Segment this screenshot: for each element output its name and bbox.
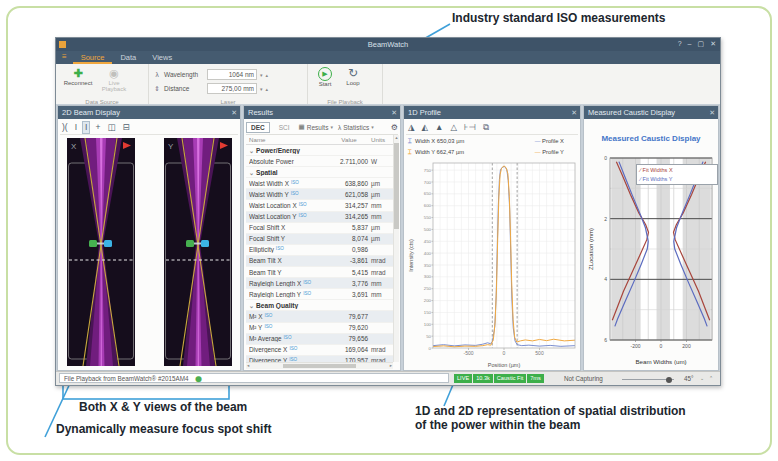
close-icon[interactable]: ✕ (709, 106, 715, 119)
loop-button[interactable]: ↻ Loop (340, 67, 366, 86)
tab-source[interactable]: Source (73, 51, 113, 64)
svg-text:Position (µm): Position (µm) (488, 362, 521, 368)
svg-text:350: 350 (424, 263, 432, 268)
results-toolbar: DEC SCI ▦ Results ▾ λ Statistics ▾ ⚙ (246, 120, 398, 135)
stepper-up-icon[interactable]: ▴ (266, 72, 269, 78)
tab-views[interactable]: Views (144, 51, 180, 64)
profile-overlay-icon[interactable]: ▲ (433, 122, 445, 133)
collapse-icon[interactable]: ⌄ (249, 148, 254, 154)
distance-input[interactable]: 275,00 mm (207, 83, 257, 94)
status-badge: Caustic Fit (494, 374, 526, 383)
waist-marker-green[interactable] (186, 240, 194, 247)
table-row[interactable]: Beam Tilt Y5,415mrad (246, 267, 393, 278)
svg-text:750: 750 (424, 168, 432, 173)
split-vertical-icon[interactable]: ◫ (105, 122, 117, 133)
file-playback-status: File Playback from BeamWatch® #2015AM4 ⬤ (59, 373, 449, 383)
table-row[interactable]: M² XISO79,677 (246, 311, 393, 322)
vertical-scrollbar[interactable]: ▲ (393, 135, 399, 362)
statistics-dropdown[interactable]: λ Statistics ▾ (338, 124, 374, 131)
crosshair-icon[interactable]: + (93, 122, 102, 133)
wavelength-input[interactable]: 1064 nm (207, 69, 257, 80)
live-playback-button[interactable]: ◉ Live Playback (96, 67, 132, 92)
panel-header: Measured Caustic Display ✕ (584, 106, 718, 119)
collapse-icon[interactable]: ⌄ (249, 170, 254, 176)
tab-data[interactable]: Data (112, 51, 144, 64)
width-cursors-icon[interactable]: ⊦⊣ (462, 122, 478, 133)
iso-tag: ISO (299, 213, 307, 218)
table-row[interactable]: Focal Shift X5,837µm (246, 223, 393, 234)
profile-x-legend: — Profile X (535, 138, 564, 144)
chevron-down-icon[interactable]: ▾ (260, 72, 263, 78)
table-row[interactable]: Waist Location YISO314,265mm (246, 212, 393, 223)
status-badge: 7ms (527, 374, 544, 383)
waist-marker-cyan[interactable] (104, 240, 112, 247)
table-row[interactable]: Rayleigh Length YISO3,691mm (246, 289, 393, 300)
table-row[interactable]: Absolute Power2.711,000W (246, 156, 393, 167)
help-button[interactable]: ? (678, 40, 682, 48)
table-row[interactable]: Focal Shift Y8,074µm (246, 234, 393, 245)
app-menu-tab[interactable]: ≡ (56, 51, 73, 64)
reconnect-button[interactable]: ✚ Reconnect (60, 67, 96, 86)
table-row[interactable]: Beam Tilt X-3,861mrad (246, 256, 393, 267)
iso-tag: ISO (264, 324, 272, 329)
beam-view-y: Y (164, 138, 232, 366)
ibeam-cursor-icon[interactable]: I (73, 122, 79, 133)
table-row[interactable]: ⌄Power/Energy (246, 145, 393, 156)
profile-x-icon[interactable]: ◮ (406, 122, 417, 133)
collapse-icon[interactable]: ⌄ (249, 303, 254, 309)
waist-marker-cyan[interactable] (201, 240, 209, 247)
horizontal-scrollbar[interactable]: ◂▸ (246, 362, 393, 369)
stepper-up-icon[interactable]: ▴ (266, 86, 269, 92)
ibeam-active-icon[interactable]: I (82, 121, 90, 134)
distance-icon: ⇕ (153, 85, 161, 93)
chevron-down-icon[interactable]: ▾ (260, 86, 263, 92)
svg-text:0: 0 (604, 155, 607, 161)
close-icon[interactable]: ✕ (231, 106, 237, 119)
close-icon[interactable]: ✕ (571, 106, 577, 119)
table-row[interactable]: Waist Location XISO314,257mm (246, 200, 393, 211)
ribbon-tab-bar: ≡ Source Data Views (56, 51, 720, 64)
profile-y-icon[interactable]: ◭ (420, 122, 431, 133)
table-row[interactable]: ⌄Spatial (246, 167, 393, 178)
svg-text:Y: Y (168, 142, 174, 151)
ribbon-group-file-playback: ▶ Start ↻ Loop File Playback (308, 64, 383, 106)
table-row[interactable]: M² AverageISO79,656 (246, 334, 393, 345)
chevron-up-icon[interactable]: ⌃ (709, 375, 713, 381)
svg-text:150: 150 (424, 310, 432, 315)
minimize-button[interactable]: – (688, 40, 692, 48)
gear-icon[interactable]: ⚙ (391, 123, 398, 132)
chevron-down-icon[interactable]: ⌄ (700, 375, 704, 381)
table-row[interactable]: Waist Width XISO638,860µm (246, 178, 393, 189)
svg-text:100: 100 (424, 322, 432, 327)
status-badge: 10.3k (473, 374, 493, 383)
table-row[interactable]: ⌄Beam Quality (246, 300, 393, 311)
table-row[interactable]: Divergence XISO169,064mrad (246, 345, 393, 356)
waist-marker-green[interactable] (89, 240, 97, 247)
copy-chart-icon[interactable]: ⧉ (481, 122, 491, 133)
caustic-cursor-icon[interactable]: )( (60, 122, 70, 133)
table-row[interactable]: Rayleigh Length XISO3,776mm (246, 278, 393, 289)
table-row[interactable]: M² YISO79,620 (246, 323, 393, 334)
beam-view-x: X (67, 138, 135, 366)
panel-header: Results ✕ (244, 106, 400, 119)
table-row[interactable]: Waist Width YISO621,058µm (246, 189, 393, 200)
playback-slider-handle[interactable] (666, 377, 672, 383)
tab-sci[interactable]: SCI (275, 123, 294, 132)
callout-focus-shift: Dynamically measure focus spot shift (56, 423, 271, 437)
iso-tag: ISO (299, 202, 307, 207)
svg-text:500: 500 (535, 350, 544, 356)
live-playback-icon: ◉ (96, 67, 132, 80)
tab-dec[interactable]: DEC (246, 122, 270, 133)
split-horizontal-icon[interactable]: ⊟ (120, 122, 131, 133)
callout-top: Industry standard ISO measurements (452, 12, 665, 26)
gauss-fit-icon[interactable]: △ (449, 122, 460, 133)
close-button[interactable]: ✕ (710, 40, 716, 48)
statistics-icon: λ (338, 124, 341, 131)
results-dropdown[interactable]: ▦ Results ▾ (299, 123, 333, 131)
chevron-down-icon: ▾ (371, 124, 374, 130)
table-row[interactable]: EllipticityISO0,986 (246, 245, 393, 256)
status-badge: LIVE (454, 374, 472, 383)
maximize-button[interactable]: ▢ (698, 40, 705, 48)
close-icon[interactable]: ✕ (391, 106, 397, 119)
start-button[interactable]: ▶ Start (312, 67, 338, 87)
